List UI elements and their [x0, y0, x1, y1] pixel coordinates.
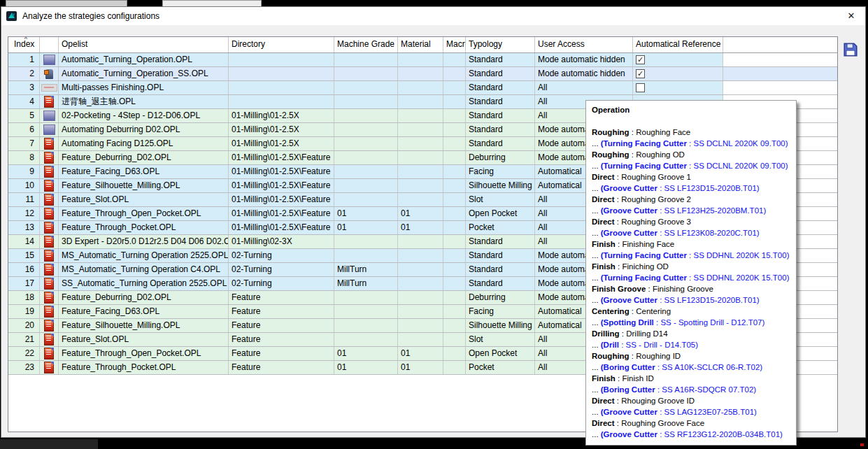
opelist-cell: SS_Automatic_Turning Operation 2525.OPL [59, 277, 229, 290]
opelist-document-icon [44, 208, 54, 220]
macro-cell [443, 221, 466, 234]
opelist-cell: 3D Expert - D20r5.0 D12r2.5 D04 D06 D02.… [59, 235, 229, 248]
column-header-machine-grade[interactable]: Machine Grade [334, 37, 398, 52]
material-cell [398, 151, 443, 164]
opelist-document-icon [44, 264, 54, 276]
material-cell: 01 [398, 207, 443, 220]
operation-line: Direct : Roughing Groove Face [592, 418, 789, 429]
machine-grade-cell [334, 179, 398, 192]
material-cell [398, 53, 443, 66]
index-cell: 17 [8, 277, 40, 290]
machine-grade-cell: 01 [334, 347, 398, 360]
strategy-icon-cell [40, 319, 59, 332]
strategy-icon-cell [40, 263, 59, 276]
opelist-cell: Multi-passes Finishing.OPL [59, 81, 229, 94]
automatical-reference-checkbox[interactable]: ✓ [636, 69, 645, 78]
material-cell [398, 277, 443, 290]
tool-line: ... (Groove Cutter : SS LAG123E07-25B.T0… [592, 406, 789, 418]
machine-grade-cell: MillTurn [334, 277, 398, 290]
column-header-index[interactable]: ∧Index [8, 37, 40, 52]
typology-cell: Open Pocket [466, 347, 535, 360]
machine-grade-cell [334, 305, 398, 318]
strategy-icon-cell [40, 165, 59, 178]
column-header-opelist[interactable]: Opelist [59, 37, 229, 52]
typology-cell: Standard [466, 123, 535, 136]
directory-cell: Feature [229, 361, 334, 374]
typology-cell: Standard [466, 67, 535, 80]
opelist-document-icon [44, 222, 54, 234]
material-cell: 01 [398, 361, 443, 374]
directory-cell: 01-Milling\01-2.5X\Feature [229, 207, 334, 220]
column-header-user-access[interactable]: User Access [535, 37, 633, 52]
index-cell: 5 [8, 109, 40, 122]
directory-cell: 01-Milling\01-2.5X\Feature [229, 179, 334, 192]
automatical-reference-checkbox[interactable] [636, 83, 645, 92]
machine-grade-cell [334, 151, 398, 164]
typology-cell: Silhouette Milling [466, 319, 535, 332]
index-cell: 10 [8, 179, 40, 192]
machine-grade-cell [334, 291, 398, 304]
machine-grade-cell [334, 53, 398, 66]
opelist-document-icon [44, 152, 54, 164]
column-header-directory[interactable]: Directory [229, 37, 334, 52]
automatical-reference-checkbox[interactable]: ✓ [636, 55, 645, 64]
filler-cell [723, 67, 837, 80]
close-icon[interactable]: ✕ [846, 10, 857, 22]
table-row[interactable]: 1Automatic_Turning_Operation.OPLStandard… [8, 53, 837, 67]
strategy-icon-cell [40, 123, 59, 136]
column-header-blank-10[interactable] [723, 37, 837, 52]
index-cell: 9 [8, 165, 40, 178]
macro-cell [443, 81, 466, 94]
column-header-material[interactable]: Material [398, 37, 443, 52]
column-header-macro[interactable]: Macro [443, 37, 466, 52]
column-header-blank-1[interactable] [40, 37, 59, 52]
index-cell: 19 [8, 305, 40, 318]
column-header-label: Directory [232, 39, 265, 49]
strategy-icon-cell [40, 291, 59, 304]
index-cell: 3 [8, 81, 40, 94]
title-bar[interactable]: Analyze the strategies configurations ✕ [1, 7, 865, 25]
macro-cell [443, 277, 466, 290]
strategy-icon-cell [40, 221, 59, 234]
opelist-document-icon [44, 278, 54, 290]
operation-line: Roughing : Roughing ID [592, 350, 789, 362]
filler-cell [723, 81, 837, 94]
save-button[interactable] [843, 42, 858, 57]
sort-ascending-icon: ∧ [24, 37, 28, 41]
opelist-document-icon [44, 250, 54, 262]
macro-cell [443, 193, 466, 206]
tooltip-title: Operation [592, 104, 789, 115]
column-header-automatical-reference[interactable]: Automatical Reference [633, 37, 723, 52]
material-cell: 01 [398, 221, 443, 234]
opelist-cell: Feature_Through_Pocket.OPL [59, 221, 229, 234]
index-cell: 22 [8, 347, 40, 360]
tool-line: ... (Groove Cutter : SS LF123K08-2020C.T… [592, 227, 789, 238]
tool-line: ... (Spotting Drill : SS - Spotting Dril… [592, 317, 789, 328]
table-row[interactable]: 2Automatic_Turning_Operation_SS.OPLStand… [8, 67, 837, 81]
window-title: Analyze the strategies configurations [22, 11, 159, 21]
opelist-cell: Feature_Through_Pocket.OPL [59, 361, 229, 374]
column-header-typology[interactable]: Typology [466, 37, 535, 52]
table-row[interactable]: 3Multi-passes Finishing.OPLStandardAll [8, 81, 837, 95]
strategy-icon-cell [40, 151, 59, 164]
opelist-cell: Feature_Deburring_D02.OPL [59, 291, 229, 304]
material-block-icon [43, 55, 55, 65]
directory-cell: 01-Milling\01-2.5X\Feature [229, 151, 334, 164]
machine-grade-cell [334, 333, 398, 346]
column-header-label: Automatical Reference [636, 39, 720, 49]
opelist-cell: Automating Deburring D02.OPL [59, 123, 229, 136]
opelist-cell: Feature_Facing_D63.OPL [59, 305, 229, 318]
opelist-document-icon [44, 180, 54, 192]
macro-cell [443, 109, 466, 122]
strategy-icon-cell [40, 249, 59, 262]
opelist-cell: 02-Pocketing - 4Step - D12-D06.OPL [59, 109, 229, 122]
index-cell: 12 [8, 207, 40, 220]
opelist-document-icon [44, 306, 54, 318]
strategy-icon-cell [40, 67, 59, 80]
index-cell: 11 [8, 193, 40, 206]
machine-grade-cell [334, 165, 398, 178]
operation-line: Direct : Roughing Groove 3 [592, 216, 789, 227]
opelist-document-icon [44, 334, 54, 345]
tool-line: ... (Groove Cutter : SS LF123D15-2020B.T… [592, 294, 789, 306]
disabled-strategy-icon [41, 84, 57, 92]
